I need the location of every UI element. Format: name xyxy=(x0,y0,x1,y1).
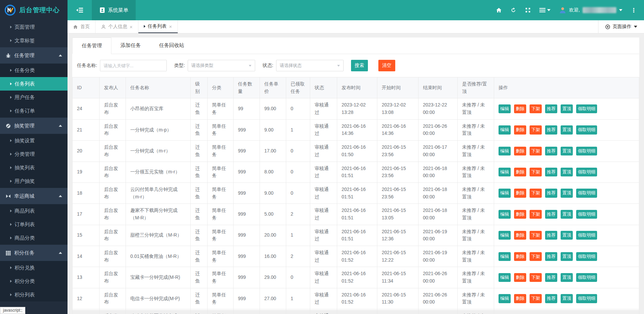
action-recommend-button[interactable]: 推荐 xyxy=(545,125,557,134)
card-tab-add-task[interactable]: 添加任务 xyxy=(111,38,150,54)
action-edit-button[interactable]: 编辑 xyxy=(499,168,511,176)
action-delete-button[interactable]: 删除 xyxy=(514,273,526,282)
sidebar-item-category-manage[interactable]: 分类管理 xyxy=(0,147,68,161)
action-top-button[interactable]: 置顶 xyxy=(561,189,573,197)
action-offline-button[interactable]: 下架 xyxy=(530,231,542,240)
action-edit-button[interactable]: 编辑 xyxy=(499,104,511,113)
card-tab-task-manage[interactable]: 任务管理 xyxy=(72,38,111,54)
action-delete-button[interactable]: 删除 xyxy=(514,210,526,219)
action-edit-button[interactable]: 编辑 xyxy=(499,125,511,134)
sidebar-group-points-task[interactable]: 积分任务 xyxy=(0,245,68,261)
action-top-button[interactable]: 置顶 xyxy=(561,252,573,261)
sidebar-toggle-button[interactable] xyxy=(68,0,92,20)
refresh-icon[interactable] xyxy=(510,7,516,13)
action-recommend-button[interactable]: 推荐 xyxy=(545,231,557,240)
action-edit-button[interactable]: 编辑 xyxy=(499,189,511,197)
action-claim-detail-button[interactable]: 领取明细 xyxy=(576,125,597,134)
sidebar-item-task-order[interactable]: 任务订单 xyxy=(0,104,68,118)
sidebar-item-lottery-list[interactable]: 抽奖列表 xyxy=(0,161,68,174)
home-icon[interactable] xyxy=(496,7,502,13)
action-top-button[interactable]: 置顶 xyxy=(561,168,573,176)
close-icon[interactable]: × xyxy=(130,24,133,29)
sidebar-item-user-task[interactable]: 用户任务 xyxy=(0,91,68,104)
action-edit-button[interactable]: 编辑 xyxy=(499,252,511,261)
sidebar-item-task-category[interactable]: 任务分类 xyxy=(0,64,68,77)
sidebar-item-order-list[interactable]: 订单列表 xyxy=(0,218,68,231)
action-top-button[interactable]: 置顶 xyxy=(561,210,573,219)
action-delete-button[interactable]: 删除 xyxy=(514,231,526,240)
action-top-button[interactable]: 置顶 xyxy=(561,125,573,134)
action-offline-button[interactable]: 下架 xyxy=(530,189,542,197)
sidebar-item-task-list[interactable]: 任务列表 xyxy=(0,77,68,91)
action-claim-detail-button[interactable]: 领取明细 xyxy=(576,168,597,176)
action-offline-button[interactable]: 下架 xyxy=(530,252,542,261)
action-claim-detail-button[interactable]: 领取明细 xyxy=(576,273,597,282)
action-recommend-button[interactable]: 推荐 xyxy=(545,294,557,303)
sidebar-item-user-lottery[interactable]: 用户抽奖 xyxy=(0,174,68,188)
action-offline-button[interactable]: 下架 xyxy=(530,210,542,219)
action-edit-button[interactable]: 编辑 xyxy=(499,147,511,155)
sidebar-item-points-list[interactable]: 积分列表 xyxy=(0,288,68,301)
action-edit-button[interactable]: 编辑 xyxy=(499,294,511,303)
action-delete-button[interactable]: 删除 xyxy=(514,125,526,134)
action-offline-button[interactable]: 下架 xyxy=(530,168,542,176)
action-top-button[interactable]: 置顶 xyxy=(561,294,573,303)
action-edit-button[interactable]: 编辑 xyxy=(499,273,511,282)
action-claim-detail-button[interactable]: 领取明细 xyxy=(576,147,597,155)
vertical-dots-icon[interactable]: ⋮ xyxy=(631,7,637,14)
action-recommend-button[interactable]: 推荐 xyxy=(545,147,557,155)
action-offline-button[interactable]: 下架 xyxy=(530,147,542,155)
action-delete-button[interactable]: 删除 xyxy=(514,294,526,303)
action-delete-button[interactable]: 删除 xyxy=(514,104,526,113)
action-recommend-button[interactable]: 推荐 xyxy=(545,273,557,282)
action-top-button[interactable]: 置顶 xyxy=(561,104,573,113)
status-select[interactable]: 请选择状态 xyxy=(276,60,344,71)
action-top-button[interactable]: 置顶 xyxy=(561,273,573,282)
action-recommend-button[interactable]: 推荐 xyxy=(545,168,557,176)
action-delete-button[interactable]: 删除 xyxy=(514,147,526,155)
action-delete-button[interactable]: 删除 xyxy=(514,252,526,261)
tab-task-list[interactable]: 任务列表× xyxy=(138,20,178,33)
task-name-input[interactable] xyxy=(100,60,167,71)
tab-profile[interactable]: 个人信息× xyxy=(96,20,138,33)
action-recommend-button[interactable]: 推荐 xyxy=(545,104,557,113)
sidebar-item-article-tags[interactable]: 文章标签 xyxy=(0,34,68,47)
sidebar-item-page-manage[interactable]: 页面管理 xyxy=(0,20,68,34)
action-edit-button[interactable]: 编辑 xyxy=(499,210,511,219)
action-claim-detail-button[interactable]: 领取明细 xyxy=(576,231,597,240)
sidebar-group-lottery-manage[interactable]: 抽奖管理 xyxy=(0,118,68,134)
action-delete-button[interactable]: 删除 xyxy=(514,189,526,197)
search-button[interactable]: 搜索 xyxy=(351,60,368,71)
sidebar-item-goods-list[interactable]: 商品列表 xyxy=(0,204,68,218)
action-top-button[interactable]: 置顶 xyxy=(561,231,573,240)
action-delete-button[interactable]: 删除 xyxy=(514,168,526,176)
user-menu[interactable]: 欢迎, xyxy=(559,6,622,14)
action-claim-detail-button[interactable]: 领取明细 xyxy=(576,210,597,219)
action-claim-detail-button[interactable]: 领取明细 xyxy=(576,294,597,303)
type-select[interactable]: 请选择类型 xyxy=(188,60,255,71)
action-claim-detail-button[interactable]: 领取明细 xyxy=(576,252,597,261)
page-actions-dropdown[interactable]: 页面操作 xyxy=(598,20,644,33)
topbar-system-menu[interactable]: 系统菜单 xyxy=(92,0,136,20)
action-recommend-button[interactable]: 推荐 xyxy=(545,252,557,261)
sidebar-item-points-category[interactable]: 积分分类 xyxy=(0,274,68,288)
sidebar-group-task-manage[interactable]: 任务管理 xyxy=(0,47,68,64)
action-offline-button[interactable]: 下架 xyxy=(530,104,542,113)
action-top-button[interactable]: 置顶 xyxy=(561,147,573,155)
sidebar-group-lucky-mall[interactable]: 幸运商城 xyxy=(0,188,68,204)
action-offline-button[interactable]: 下架 xyxy=(530,294,542,303)
action-claim-detail-button[interactable]: 领取明细 xyxy=(576,104,597,113)
action-offline-button[interactable]: 下架 xyxy=(530,125,542,134)
tab-home[interactable]: 首页 xyxy=(68,20,96,33)
sidebar-item-goods-category[interactable]: 商品分类 xyxy=(0,231,68,245)
action-offline-button[interactable]: 下架 xyxy=(530,273,542,282)
clear-button[interactable]: 清空 xyxy=(378,60,395,71)
topbar-shortcut-menu[interactable] xyxy=(539,7,551,13)
sidebar-item-points-exchange[interactable]: 积分兑换 xyxy=(0,261,68,274)
action-claim-detail-button[interactable]: 领取明细 xyxy=(576,189,597,197)
action-recommend-button[interactable]: 推荐 xyxy=(545,210,557,219)
action-recommend-button[interactable]: 推荐 xyxy=(545,189,557,197)
card-tab-task-recycle[interactable]: 任务回收站 xyxy=(150,38,193,54)
fullscreen-icon[interactable] xyxy=(525,7,531,13)
action-edit-button[interactable]: 编辑 xyxy=(499,231,511,240)
